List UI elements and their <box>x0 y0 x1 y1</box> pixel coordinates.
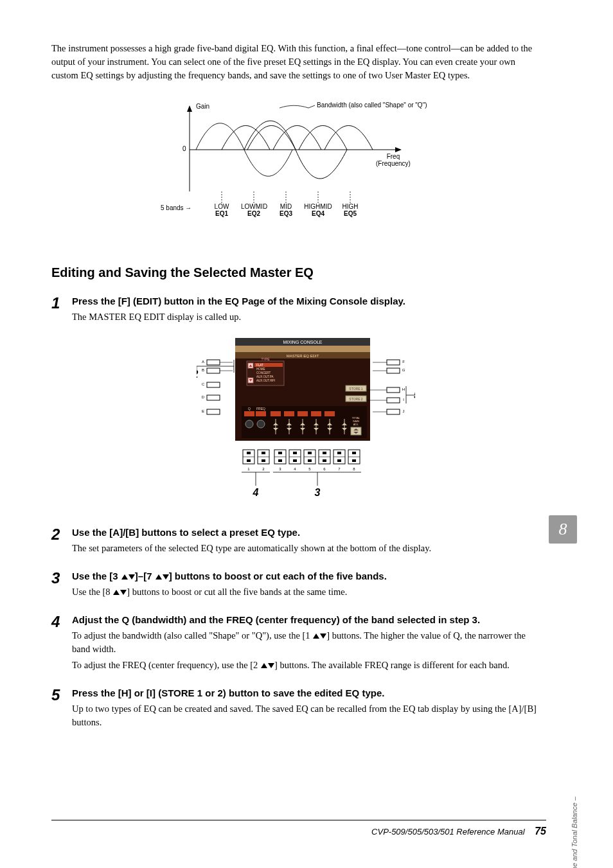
svg-rect-40 <box>311 411 321 416</box>
step-5-desc: Up to two types of EQ can be created and… <box>72 702 540 729</box>
diagram-band-high: HIGHEQ5 <box>341 203 360 217</box>
svg-text:Q: Q <box>248 407 251 411</box>
svg-text:3: 3 <box>315 487 321 498</box>
step-4-desc2: To adjust the FREQ (center frequency), u… <box>72 659 540 672</box>
step-5-title: Press the [H] or [I] (STORE 1 or 2) butt… <box>72 687 540 698</box>
svg-text:STORE 2: STORE 2 <box>349 397 363 401</box>
eq-diagram: Gain 0 Bandwidth (also called "Shape" or… <box>151 102 440 227</box>
svg-text:AUX.OUT.PA: AUX.OUT.PA <box>256 375 273 378</box>
up-triangle-icon <box>155 574 162 580</box>
down-triangle-icon <box>120 590 127 595</box>
diagram-band-highmid: HIGHMIDEQ4 <box>304 203 332 217</box>
step-2-title: Use the [A]/[B] buttons to select a pres… <box>72 527 540 538</box>
step-3-number: 3 <box>51 571 72 601</box>
step-3-title: Use the [3 ]–[7 ] buttons to boost or cu… <box>72 571 540 581</box>
svg-text:8: 8 <box>353 467 355 471</box>
svg-text:1: 1 <box>247 467 250 471</box>
svg-rect-38 <box>284 411 294 416</box>
svg-rect-93 <box>387 409 400 414</box>
svg-text:2: 2 <box>262 467 265 471</box>
svg-text:FREQ: FREQ <box>256 407 265 411</box>
svg-rect-75 <box>207 382 220 387</box>
svg-rect-125 <box>352 452 356 454</box>
svg-rect-121 <box>323 452 326 454</box>
svg-text:3: 3 <box>279 467 281 471</box>
svg-rect-72 <box>207 368 220 373</box>
mixing-console-screenshot: MIXING CONSOLE MASTER EQ EDIT TYPE FLAT … <box>197 334 415 501</box>
diagram-zero-label: 0 <box>182 145 186 152</box>
diagram-band-lowmid: LOWMIDEQ2 <box>241 203 267 217</box>
svg-text:5: 5 <box>308 467 311 471</box>
svg-rect-35 <box>244 411 254 416</box>
up-triangle-icon <box>121 574 128 580</box>
svg-rect-41 <box>324 411 335 416</box>
svg-text:E: E <box>202 409 204 413</box>
svg-rect-81 <box>387 360 400 365</box>
step-1: 1 Press the [F] (EDIT) button in the EQ … <box>51 296 540 514</box>
svg-rect-126 <box>352 459 356 462</box>
svg-text:H: H <box>402 387 405 391</box>
footer-page-number: 75 <box>535 826 546 837</box>
down-triangle-icon <box>129 574 135 580</box>
diagram-fivebands-label: 5 bands → <box>161 204 191 211</box>
intro-paragraph: The instrument possesses a high grade fi… <box>51 42 540 82</box>
svg-marker-2 <box>187 105 192 112</box>
svg-text:4: 4 <box>253 487 259 498</box>
svg-rect-117 <box>293 452 297 454</box>
step-2: 2 Use the [A]/[B] buttons to select a pr… <box>51 527 540 558</box>
svg-text:4: 4 <box>294 467 296 471</box>
svg-text:F: F <box>402 360 405 364</box>
svg-rect-87 <box>387 387 400 393</box>
diagram-band-low: LOWEQ1 <box>213 203 230 217</box>
down-triangle-icon <box>268 663 274 668</box>
svg-rect-36 <box>256 411 266 416</box>
diagram-freq-label: Freq (Frequency) <box>376 153 411 167</box>
svg-text:B: B <box>202 368 204 372</box>
svg-text:MIXING CONSOLE: MIXING CONSOLE <box>283 340 322 344</box>
svg-rect-122 <box>323 459 326 462</box>
step-5-number: 5 <box>51 687 72 732</box>
svg-rect-123 <box>337 452 341 454</box>
svg-rect-112 <box>247 459 251 462</box>
footer-doc-title: CVP-509/505/503/501 Reference Manual <box>371 827 525 837</box>
svg-rect-113 <box>262 452 265 454</box>
svg-rect-118 <box>293 459 297 462</box>
svg-rect-69 <box>207 360 220 365</box>
svg-rect-77 <box>207 395 220 400</box>
svg-rect-116 <box>278 459 282 462</box>
up-triangle-icon <box>313 633 319 639</box>
svg-point-42 <box>245 420 253 428</box>
svg-rect-114 <box>262 459 265 462</box>
svg-rect-65 <box>351 427 361 435</box>
svg-text:ADJ.: ADJ. <box>353 423 359 426</box>
svg-rect-39 <box>298 411 308 416</box>
svg-point-43 <box>257 420 265 428</box>
step-1-title: Press the [F] (EDIT) button in the EQ Pa… <box>72 296 540 306</box>
svg-text:TYPE: TYPE <box>261 357 270 361</box>
svg-text:2: 2 <box>197 369 199 380</box>
step-5: 5 Press the [H] or [I] (STORE 1 or 2) bu… <box>51 687 540 732</box>
diagram-bandwidth-label: Bandwidth (also called "Shape" or "Q") <box>317 102 427 109</box>
step-2-desc: The set parameters of the selected EQ ty… <box>72 542 540 555</box>
svg-text:STORE 1: STORE 1 <box>349 387 363 391</box>
svg-text:HOME: HOME <box>256 368 265 371</box>
svg-text:5: 5 <box>414 389 415 400</box>
svg-text:C: C <box>202 382 205 386</box>
diagram-band-mid: MIDEQ3 <box>278 203 294 217</box>
svg-text:I: I <box>403 398 404 402</box>
svg-rect-37 <box>271 411 281 416</box>
svg-text:CONCERT: CONCERT <box>256 371 271 375</box>
step-1-number: 1 <box>51 296 72 514</box>
svg-rect-84 <box>387 368 400 373</box>
svg-text:J: J <box>403 409 405 413</box>
svg-rect-124 <box>337 459 341 462</box>
svg-text:A: A <box>202 360 204 364</box>
svg-line-4 <box>308 105 315 108</box>
svg-text:FLAT: FLAT <box>256 364 263 367</box>
svg-rect-12 <box>235 346 370 352</box>
step-4-desc1: To adjust the bandwidth (also called "Sh… <box>72 629 540 656</box>
down-triangle-icon <box>320 633 326 639</box>
svg-text:7: 7 <box>338 467 341 471</box>
svg-rect-111 <box>247 452 251 454</box>
chapter-badge: 8 <box>549 515 577 544</box>
